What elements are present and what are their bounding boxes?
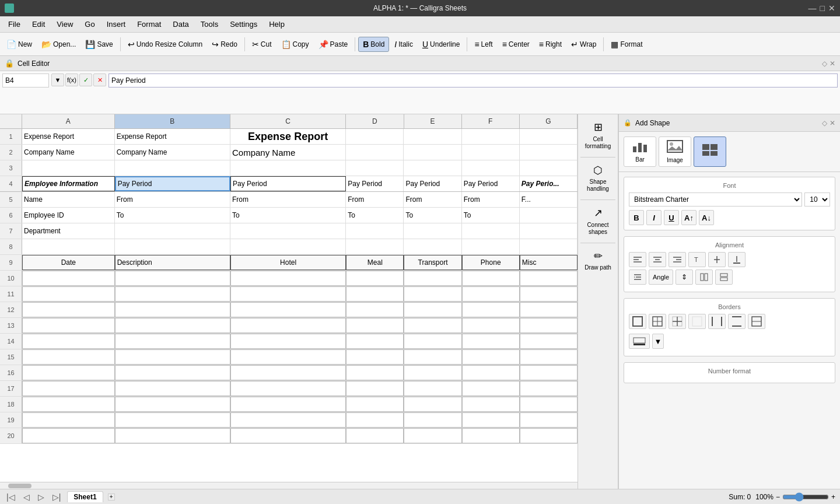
border-color-btn[interactable]	[629, 334, 650, 349]
cell-reference-input[interactable]	[2, 74, 49, 88]
restore-btn[interactable]: □	[820, 4, 825, 13]
function-btn[interactable]: f(x)	[65, 74, 78, 86]
tab-nav-first[interactable]: |◁	[5, 492, 17, 502]
cell-f20[interactable]	[462, 428, 520, 443]
align-left-btn[interactable]	[629, 252, 646, 267]
cell-c3[interactable]	[230, 160, 346, 176]
save-button[interactable]: 💾 Save	[81, 37, 117, 51]
panel-settings-icon[interactable]: ◇	[822, 119, 827, 127]
cell-g9[interactable]: Misc	[520, 255, 578, 270]
row-num-9[interactable]: 9	[0, 255, 22, 270]
italic-button[interactable]: I Italic	[390, 37, 417, 51]
cell-c4[interactable]: Pay Period	[230, 176, 346, 191]
row-num-3[interactable]: 3	[0, 160, 22, 176]
cell-f1[interactable]	[462, 129, 520, 144]
cell-d3[interactable]	[346, 160, 404, 176]
add-sheet-btn[interactable]: +	[108, 494, 115, 501]
row-num-7[interactable]: 7	[0, 223, 22, 239]
cell-c13[interactable]	[230, 318, 346, 333]
cell-f5[interactable]: From	[462, 192, 520, 207]
cell-a1[interactable]: Expense Report	[22, 129, 115, 144]
menu-data[interactable]: Data	[167, 18, 194, 31]
zoom-slider[interactable]	[782, 492, 829, 502]
redo-button[interactable]: ↪ Redo	[208, 37, 242, 51]
cell-a5[interactable]: Name	[22, 192, 115, 207]
cell-f6[interactable]: To	[462, 208, 520, 223]
cell-e14[interactable]	[404, 334, 461, 349]
cell-f13[interactable]	[462, 318, 520, 333]
cell-c8[interactable]	[230, 239, 346, 254]
cell-f11[interactable]	[462, 286, 520, 302]
row-num-16[interactable]: 16	[0, 365, 22, 380]
right-button[interactable]: ≡ Right	[535, 37, 566, 51]
border-none-btn[interactable]	[688, 314, 706, 329]
bar-chart-tool[interactable]: Bar	[624, 136, 656, 167]
cell-f7[interactable]	[462, 223, 520, 239]
row-num-12[interactable]: 12	[0, 302, 22, 317]
align-right-btn[interactable]	[668, 252, 686, 267]
cell-g7[interactable]	[520, 223, 578, 239]
cell-a10[interactable]	[22, 271, 115, 286]
cell-b16[interactable]	[115, 365, 230, 380]
cell-a12[interactable]	[22, 302, 115, 317]
align-bottom-btn[interactable]	[728, 252, 746, 267]
underline-button[interactable]: U Underline	[418, 37, 464, 51]
cell-a6[interactable]: Employee ID	[22, 208, 115, 223]
cell-f17[interactable]	[462, 381, 520, 396]
cell-b13[interactable]	[115, 318, 230, 333]
cell-f9[interactable]: Phone	[462, 255, 520, 270]
cell-f8[interactable]	[462, 239, 520, 254]
cell-f14[interactable]	[462, 334, 520, 349]
cell-f15[interactable]	[462, 349, 520, 365]
draw-path-tool[interactable]: ✏ Draw path	[580, 247, 615, 275]
cell-g18[interactable]	[520, 397, 578, 412]
close-btn[interactable]: ✕	[828, 4, 835, 13]
cell-editor-settings-icon[interactable]: ◇	[822, 60, 827, 68]
align-middle-btn[interactable]	[708, 252, 726, 267]
border-outer-btn[interactable]	[629, 314, 646, 329]
cell-a20[interactable]	[22, 428, 115, 443]
cell-e2[interactable]	[404, 145, 461, 160]
cell-f4[interactable]: Pay Period	[462, 176, 520, 191]
cell-b6[interactable]: To	[115, 208, 230, 223]
cell-d1[interactable]	[346, 129, 404, 144]
shape-handling-tool[interactable]: ⬡ Shape handling	[580, 161, 615, 197]
bold-button[interactable]: B Bold	[358, 37, 389, 52]
col-header-b[interactable]: B	[115, 114, 230, 128]
left-button[interactable]: ≡ Left	[470, 37, 496, 51]
sheet-tab-1[interactable]: Sheet1	[67, 491, 103, 502]
cell-a17[interactable]	[22, 381, 115, 396]
menu-settings[interactable]: Settings	[224, 18, 263, 31]
cell-g4[interactable]: Pay Perio...	[520, 176, 578, 191]
cell-b18[interactable]	[115, 397, 230, 412]
font-underline-btn[interactable]: U	[664, 210, 679, 225]
cell-b4[interactable]: Pay Period	[115, 176, 230, 191]
cell-d5[interactable]: From	[346, 192, 404, 207]
cell-f18[interactable]	[462, 397, 520, 412]
row-num-4[interactable]: 4	[0, 176, 22, 191]
cell-d19[interactable]	[346, 412, 404, 428]
cell-f2[interactable]	[462, 145, 520, 160]
cell-c19[interactable]	[230, 412, 346, 428]
font-family-select[interactable]: Bitstream Charter Arial Times New Roman	[629, 192, 802, 206]
cell-f3[interactable]	[462, 160, 520, 176]
font-size-select[interactable]: 10 12 14 16 18	[804, 192, 830, 206]
menu-go[interactable]: Go	[79, 18, 100, 31]
cell-e8[interactable]	[404, 239, 461, 254]
cut-button[interactable]: ✂ Cut	[248, 37, 276, 51]
align-center-btn[interactable]	[649, 252, 666, 267]
cell-b10[interactable]	[115, 271, 230, 286]
col-header-e[interactable]: E	[404, 114, 462, 128]
minimize-btn[interactable]: —	[808, 4, 817, 13]
font-decrease-btn[interactable]: A↓	[699, 210, 714, 225]
cell-f10[interactable]	[462, 271, 520, 286]
cell-b15[interactable]	[115, 349, 230, 365]
cell-g6[interactable]	[520, 208, 578, 223]
cell-b17[interactable]	[115, 381, 230, 396]
cell-c7[interactable]	[230, 223, 346, 239]
cell-c16[interactable]	[230, 365, 346, 380]
cell-a9[interactable]: Date	[22, 255, 115, 270]
row-num-1[interactable]: 1	[0, 129, 22, 144]
undo-button[interactable]: ↩ Undo Resize Column	[124, 37, 206, 51]
row-num-6[interactable]: 6	[0, 208, 22, 223]
